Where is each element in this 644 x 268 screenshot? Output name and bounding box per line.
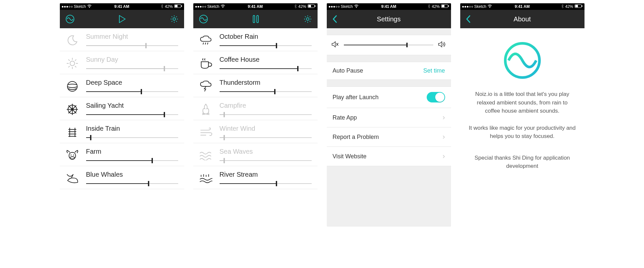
auto-pause-row[interactable]: Auto Pause Set time: [327, 62, 451, 80]
battery-icon: [575, 4, 583, 9]
sound-label: Coffee House: [220, 56, 312, 63]
sound-slider[interactable]: [86, 181, 178, 186]
logo-icon[interactable]: [199, 14, 208, 24]
settings-button[interactable]: [303, 14, 312, 24]
wheel-icon: [66, 103, 79, 116]
pause-button[interactable]: [252, 14, 259, 24]
wifi-icon: [488, 4, 492, 9]
sound-row[interactable]: Coffee House: [193, 51, 318, 74]
svg-rect-52: [448, 5, 449, 7]
sound-row[interactable]: Deep Space: [60, 74, 184, 97]
svg-rect-38: [257, 15, 258, 23]
sound-row[interactable]: Winter Wind: [193, 120, 318, 143]
carrier-label: Sketch: [341, 4, 353, 9]
screen-about: Sketch 9:41 AM 42% About Noiz.io is a li…: [460, 3, 584, 227]
report-problem-row[interactable]: Report a Problem ›: [327, 127, 451, 147]
svg-rect-2: [175, 5, 178, 7]
whale-icon: [66, 172, 79, 185]
planet-icon: [66, 80, 79, 93]
page-title: Settings: [377, 15, 400, 23]
sound-slider[interactable]: [220, 43, 312, 48]
svg-point-39: [306, 18, 309, 20]
visit-website-row[interactable]: Visit Website ›: [327, 147, 451, 166]
sound-slider[interactable]: [220, 89, 312, 94]
sound-row[interactable]: Blue Whales: [60, 166, 184, 189]
play-button[interactable]: [118, 14, 127, 24]
app-logo-icon: [503, 41, 542, 80]
sound-slider[interactable]: [86, 66, 178, 71]
battery-icon: [308, 4, 316, 9]
svg-rect-56: [582, 5, 582, 7]
signal-dots-icon: [329, 6, 340, 8]
settings-body: Auto Pause Set time Play after Launch Ra…: [327, 28, 451, 227]
page-title: About: [513, 15, 531, 23]
svg-line-12: [75, 66, 76, 67]
svg-point-49: [356, 7, 357, 8]
visit-website-label: Visit Website: [333, 153, 367, 160]
carrier-label: Sketch: [74, 4, 86, 9]
svg-rect-55: [575, 5, 578, 7]
wind-icon: [199, 126, 212, 139]
status-bar: Sketch 9:41 AM 42%: [60, 3, 184, 10]
clock-label: 9:41 AM: [515, 4, 530, 9]
svg-line-13: [75, 59, 76, 61]
sound-slider[interactable]: [86, 135, 178, 140]
sound-row[interactable]: Farm: [60, 143, 184, 166]
chevron-right-icon: ›: [442, 133, 445, 141]
sound-label: Deep Space: [86, 79, 178, 86]
chevron-right-icon: ›: [442, 152, 445, 161]
sound-slider[interactable]: [220, 66, 312, 71]
status-bar: Sketch 9:41 AM 42%: [193, 3, 318, 10]
topnav: About: [460, 10, 584, 28]
about-p3: Special thanks Shi Ding for application …: [469, 154, 576, 170]
wifi-icon: [87, 4, 92, 9]
svg-point-32: [223, 7, 223, 8]
back-button[interactable]: [465, 15, 471, 23]
cup-icon: [199, 57, 212, 70]
sound-row[interactable]: Summer Night: [60, 28, 184, 51]
sound-row[interactable]: Sea Waves: [193, 143, 318, 166]
screen-sounds-paused: Sketch 9:41 AM 42% Summer NightSunny Day…: [60, 3, 184, 227]
sound-label: River Stream: [220, 171, 312, 178]
clock-label: 9:41 AM: [248, 4, 263, 9]
rate-app-row[interactable]: Rate App ›: [327, 108, 451, 127]
settings-button[interactable]: [170, 14, 179, 24]
wifi-icon: [221, 4, 225, 9]
bluetooth-icon: [161, 4, 163, 9]
sound-row[interactable]: Inside Train: [60, 120, 184, 143]
sound-row[interactable]: Thunderstorm: [193, 74, 318, 97]
sound-row[interactable]: Campfire: [193, 97, 318, 120]
cloud-rain-icon: [199, 34, 212, 47]
back-button[interactable]: [332, 15, 337, 23]
sound-row[interactable]: Sunny Day: [60, 51, 184, 74]
sound-slider[interactable]: [86, 89, 178, 94]
sound-list: October RainCoffee HouseThunderstormCamp…: [193, 28, 318, 227]
moon-icon: [66, 34, 79, 47]
about-p1: Noiz.io is a little tool that let's you …: [469, 90, 576, 115]
fire-icon: [199, 103, 212, 116]
sound-slider[interactable]: [220, 158, 312, 163]
sound-row[interactable]: Sailing Yacht: [60, 97, 184, 120]
sound-slider[interactable]: [220, 135, 312, 140]
sound-slider[interactable]: [220, 181, 312, 186]
sound-label: Farm: [86, 148, 178, 155]
sound-slider[interactable]: [220, 112, 312, 117]
topnav: [193, 10, 318, 28]
wifi-icon: [354, 4, 359, 9]
sound-label: Campfire: [220, 102, 312, 109]
sound-slider[interactable]: [86, 112, 178, 117]
set-time-link[interactable]: Set time: [423, 67, 445, 74]
sound-slider[interactable]: [86, 43, 178, 48]
logo-icon[interactable]: [65, 14, 75, 24]
volume-slider[interactable]: [344, 43, 433, 47]
screen-settings: Sketch 9:41 AM 42% Settings Auto Pause S…: [327, 3, 451, 227]
cloud-bolt-icon: [199, 80, 212, 93]
sound-row[interactable]: October Rain: [193, 28, 318, 51]
svg-point-53: [489, 7, 490, 8]
sound-slider[interactable]: [86, 158, 178, 163]
cow-icon: [66, 149, 79, 162]
play-after-launch-row: Play after Launch: [327, 86, 451, 108]
sound-row[interactable]: River Stream: [193, 166, 318, 189]
play-after-launch-toggle[interactable]: [427, 92, 445, 102]
volume-mute-icon: [331, 41, 339, 49]
